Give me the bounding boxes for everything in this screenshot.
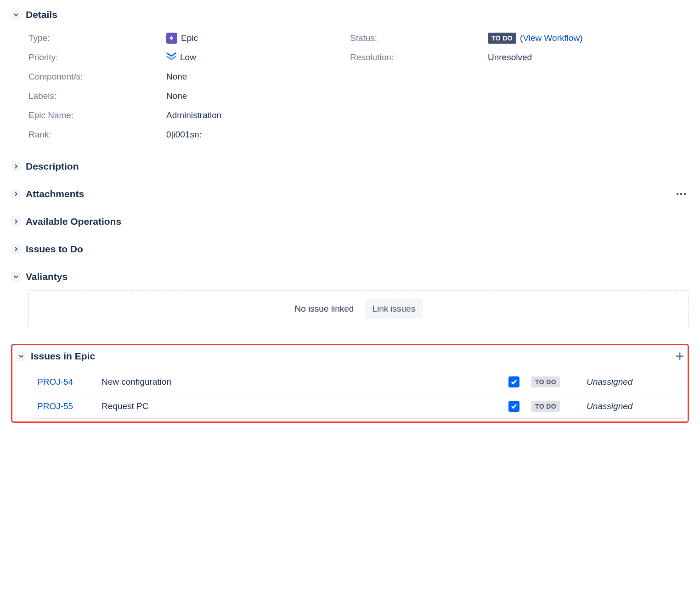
valiantys-toggle[interactable] (11, 272, 21, 282)
valiantys-title: Valiantys (26, 271, 68, 282)
description-title: Description (26, 161, 79, 172)
components-label: Component/s: (28, 72, 166, 82)
priority-low-icon (166, 52, 176, 63)
priority-value: Low (180, 52, 196, 63)
components-value: None (166, 72, 187, 82)
type-value: Epic (181, 33, 198, 43)
table-row: PROJ-54 New configuration TO DO Unassign… (34, 370, 684, 394)
issue-summary: New configuration (98, 370, 500, 394)
issue-status-badge: TO DO (531, 376, 560, 387)
valiantys-empty-text: No issue linked (295, 304, 354, 314)
issue-checkbox[interactable] (508, 376, 519, 387)
view-workflow-link[interactable]: View Workflow (523, 33, 580, 43)
more-icon (676, 193, 686, 195)
labels-label: Labels: (28, 91, 166, 101)
chevron-right-icon (13, 164, 19, 169)
details-section: Details Type: Epic Status: TO DO (View W… (11, 9, 689, 144)
issues-in-epic-highlight: Issues in Epic PROJ-54 New configuration… (11, 344, 689, 423)
issue-assignee: Unassigned (583, 370, 684, 394)
chevron-down-icon (18, 353, 24, 359)
issues-in-epic-toggle[interactable] (16, 351, 26, 361)
description-toggle[interactable] (11, 161, 21, 171)
valiantys-empty-box: No issue linked Link issues (28, 290, 689, 327)
issues-in-epic-title: Issues in Epic (31, 351, 95, 362)
plus-icon (676, 352, 684, 360)
chevron-right-icon (13, 219, 19, 224)
priority-label: Priority: (28, 52, 166, 63)
svg-point-2 (684, 193, 686, 195)
issue-summary: Request PC (98, 394, 500, 419)
issues-to-do-section: Issues to Do (11, 244, 689, 255)
chevron-right-icon (13, 246, 19, 252)
details-toggle[interactable] (11, 10, 21, 20)
attachments-title: Attachments (26, 188, 84, 199)
add-issue-button[interactable] (676, 352, 684, 360)
issue-key-link[interactable]: PROJ-55 (34, 394, 98, 419)
check-icon (511, 403, 517, 410)
attachments-toggle[interactable] (11, 189, 21, 199)
issue-status-badge: TO DO (531, 401, 560, 412)
resolution-value: Unresolved (488, 52, 532, 63)
available-operations-title: Available Operations (26, 216, 121, 227)
chevron-down-icon (13, 12, 19, 17)
epic-issues-table: PROJ-54 New configuration TO DO Unassign… (34, 370, 684, 419)
epic-icon (166, 33, 177, 44)
issues-to-do-toggle[interactable] (11, 244, 21, 254)
issue-checkbox[interactable] (508, 401, 519, 412)
rank-label: Rank: (28, 130, 166, 140)
issue-key-link[interactable]: PROJ-54 (34, 370, 98, 394)
epicname-value: Administration (166, 110, 221, 120)
status-badge: TO DO (488, 33, 516, 44)
svg-point-0 (677, 193, 679, 195)
labels-value: None (166, 91, 187, 101)
details-title: Details (26, 9, 57, 20)
description-section: Description (11, 161, 689, 172)
valiantys-section: Valiantys No issue linked Link issues (11, 271, 689, 327)
available-operations-toggle[interactable] (11, 216, 21, 227)
attachments-section: Attachments (11, 188, 689, 199)
table-row: PROJ-55 Request PC TO DO Unassigned (34, 394, 684, 419)
attachments-more-button[interactable] (673, 190, 689, 198)
resolution-label: Resolution: (350, 52, 488, 63)
svg-point-1 (680, 193, 683, 195)
chevron-right-icon (13, 191, 19, 197)
link-issues-button[interactable]: Link issues (365, 299, 423, 319)
epicname-label: Epic Name: (28, 110, 166, 120)
status-label: Status: (350, 33, 488, 43)
issues-to-do-title: Issues to Do (26, 244, 83, 255)
chevron-down-icon (13, 274, 19, 279)
issue-assignee: Unassigned (583, 394, 684, 419)
rank-value: 0|i001sn: (166, 130, 202, 140)
type-label: Type: (28, 33, 166, 43)
check-icon (511, 379, 517, 385)
available-operations-section: Available Operations (11, 216, 689, 227)
